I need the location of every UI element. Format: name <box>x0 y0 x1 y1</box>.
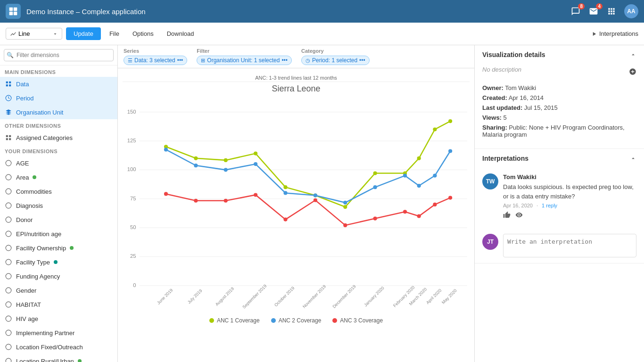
age-icon <box>5 159 12 167</box>
update-button[interactable]: Update <box>66 27 101 40</box>
svg-point-90 <box>448 196 452 200</box>
period-chip[interactable]: ◷ Period: 1 selected ••• <box>301 56 370 65</box>
viz-type-selector[interactable]: Line <box>6 28 62 40</box>
mail-button[interactable]: 4 <box>588 6 599 16</box>
interp-text: Data looks suspicious. Is expected preg … <box>503 182 636 201</box>
download-button[interactable]: Download <box>162 27 199 40</box>
sidebar-search-wrap: 🔍 <box>0 45 117 66</box>
file-button[interactable]: File <box>105 27 124 40</box>
svg-point-61 <box>343 205 347 209</box>
chart-subtitle: ANC: 1-3 trend lines last 12 months <box>123 73 470 82</box>
orgunit-chip-icon: ⊞ <box>201 58 205 64</box>
orgunit-chip-more: ••• <box>281 57 288 64</box>
svg-point-56 <box>194 156 198 160</box>
new-interp-avatar: JT <box>482 234 498 250</box>
sidebar-item-implementing-partner[interactable]: Implementing Partner <box>0 326 117 340</box>
period-chip-more: ••• <box>359 57 365 64</box>
sidebar-item-gender[interactable]: Gender <box>0 283 117 297</box>
sidebar-item-facility-ownership[interactable]: Facility Ownership <box>0 241 117 255</box>
add-description-button[interactable] <box>629 68 636 77</box>
sidebar-item-facility-type[interactable]: Facility Type <box>0 255 117 269</box>
habitat-icon <box>5 301 12 308</box>
sidebar-item-location-fixed[interactable]: Location Fixed/Outreach <box>0 340 117 354</box>
viz-details-header[interactable]: Visualization details <box>475 45 644 64</box>
interp-date: Apr 16, 2020 <box>503 203 533 208</box>
orgunit-icon <box>5 108 12 116</box>
svg-text:August 2019: August 2019 <box>215 286 235 307</box>
orgunit-chip[interactable]: ⊞ Organisation Unit: 1 selected ••• <box>197 56 292 65</box>
filter-group: Filter ⊞ Organisation Unit: 1 selected •… <box>197 48 292 65</box>
svg-text:November 2019: November 2019 <box>302 284 327 309</box>
interpretations-toggle[interactable]: Interpretations <box>591 30 638 37</box>
user-avatar[interactable]: AA <box>624 4 638 18</box>
data-chip[interactable]: ☰ Data: 3 selected ••• <box>124 56 187 65</box>
svg-point-89 <box>433 203 437 206</box>
options-button[interactable]: Options <box>128 27 158 40</box>
interpretations-header[interactable]: Interpretations <box>475 149 644 168</box>
svg-text:50: 50 <box>130 224 136 230</box>
anc2-points <box>164 148 452 205</box>
viz-details-section: Visualization details No description Own… <box>475 45 644 149</box>
svg-point-87 <box>403 210 407 214</box>
svg-point-18 <box>6 231 11 237</box>
donor-label: Donor <box>16 216 33 223</box>
category-label: Category <box>301 48 370 54</box>
sidebar-item-age[interactable]: AGE <box>0 156 117 170</box>
sidebar-item-area[interactable]: Area <box>0 170 117 184</box>
sidebar-item-habitat[interactable]: HABITAT <box>0 297 117 312</box>
svg-point-69 <box>224 168 228 172</box>
toolbar: Line Update File Options Download Interp… <box>0 23 644 45</box>
sidebar-item-funding-agency[interactable]: Funding Agency <box>0 269 117 283</box>
assigned-cat-icon <box>5 134 12 141</box>
interp-body: Tom Wakiki Data looks suspicious. Is exp… <box>503 173 636 221</box>
svg-point-22 <box>6 288 11 293</box>
owner-row: Owner: Tom Wakiki <box>482 84 636 91</box>
app-logo[interactable] <box>6 4 21 19</box>
new-interpretation-input[interactable] <box>503 234 636 257</box>
facility-type-icon <box>5 258 12 266</box>
svg-point-58 <box>254 151 257 155</box>
sidebar-item-commodities[interactable]: Commodities <box>0 184 117 198</box>
area-icon <box>5 173 12 181</box>
period-chip-label: Period: 1 selected <box>312 57 357 64</box>
apps-button[interactable] <box>606 6 617 16</box>
svg-point-57 <box>224 158 228 162</box>
sidebar-item-epi-nutrition[interactable]: EPI/nutrition age <box>0 227 117 241</box>
anc1-legend-dot <box>209 318 214 323</box>
area-dot <box>33 175 36 179</box>
sidebar-item-data[interactable]: Data <box>0 77 117 91</box>
sidebar-item-hiv-age[interactable]: HIV age <box>0 312 117 326</box>
sidebar-item-assigned-categories[interactable]: Assigned Categories <box>0 131 117 145</box>
svg-rect-1 <box>14 8 17 11</box>
sidebar-item-orgunit[interactable]: Organisation Unit <box>0 105 117 119</box>
data-chip-icon: ☰ <box>128 58 132 64</box>
interpretations-section: Interpretations TW Tom Wakiki Data looks… <box>475 149 644 263</box>
sharing-row: Sharing: Public: None + HIV Program Coor… <box>482 124 636 138</box>
svg-point-25 <box>6 330 11 336</box>
svg-point-16 <box>6 203 11 208</box>
sidebar-item-period[interactable]: Period <box>0 91 117 105</box>
sidebar-item-donor[interactable]: Donor <box>0 213 117 227</box>
svg-rect-4 <box>6 82 8 83</box>
svg-text:December 2019: December 2019 <box>331 284 356 309</box>
view-button[interactable] <box>515 211 523 221</box>
svg-text:75: 75 <box>130 196 136 201</box>
sidebar-item-location-rural[interactable]: Location Rural/Urban <box>0 354 117 362</box>
svg-text:100: 100 <box>127 166 136 172</box>
svg-point-66 <box>448 119 452 123</box>
legend-anc2: ANC 2 Coverage <box>271 317 322 324</box>
messages-button[interactable]: 8 <box>570 6 581 16</box>
interp-replies[interactable]: 1 reply <box>542 203 557 208</box>
search-input[interactable] <box>4 49 114 61</box>
hiv-age-icon <box>5 315 12 322</box>
svg-text:October 2019: October 2019 <box>273 286 295 307</box>
viz-type-label: Line <box>18 30 30 37</box>
svg-point-71 <box>283 191 287 195</box>
like-button[interactable] <box>503 211 511 221</box>
funding-agency-icon <box>5 272 12 280</box>
habitat-label: HABITAT <box>16 301 41 308</box>
interp-actions <box>503 211 636 221</box>
sidebar-item-diagnosis[interactable]: Diagnosis <box>0 198 117 213</box>
svg-rect-11 <box>6 138 8 140</box>
svg-point-19 <box>6 245 11 251</box>
